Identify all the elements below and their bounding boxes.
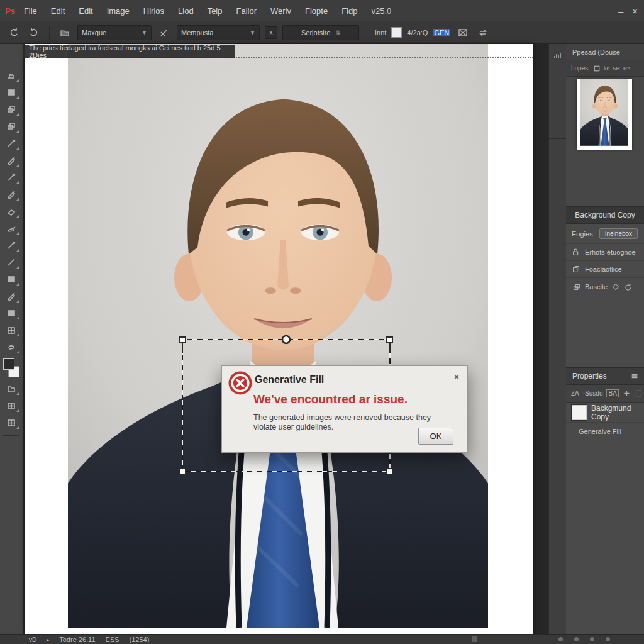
ok-button[interactable]: OK — [418, 428, 453, 445]
properties-header[interactable]: Properties — [566, 367, 644, 385]
clone-stamp-tool-icon[interactable] — [3, 68, 19, 83]
diamond-icon[interactable] — [612, 283, 619, 291]
menu-liod[interactable]: Liod — [178, 6, 194, 16]
menu-falior[interactable]: Falior — [236, 6, 257, 16]
right-panel: Ppesad (Douse Lopes: kn 5R 6? Background… — [566, 44, 644, 634]
options-bar: Maxque▼ Mempusta▼ x Serjotsire⇅ Innt 4/2… — [0, 21, 644, 44]
menu-file[interactable]: File — [24, 6, 37, 16]
background-copy-layer-row[interactable]: Backgmund Copy — [566, 402, 644, 423]
grid-split-tool-icon[interactable] — [3, 415, 19, 430]
menu-image[interactable]: Image — [107, 6, 130, 16]
dialog-close-icon[interactable]: × — [453, 371, 460, 384]
redo-icon[interactable] — [26, 25, 42, 40]
layer-color-swatch[interactable] — [572, 405, 587, 420]
camera-tool-icon[interactable] — [3, 102, 19, 117]
status-dot-3[interactable] — [590, 637, 594, 641]
menu-hirios[interactable]: Hirios — [143, 6, 164, 16]
copy-tool-icon[interactable] — [3, 119, 19, 134]
dock-header[interactable]: Ppesad (Douse — [566, 44, 644, 60]
folder-icon[interactable] — [57, 25, 72, 40]
dotted-square-icon[interactable] — [635, 389, 643, 397]
refresh-icon[interactable] — [624, 283, 632, 291]
layer-bar-background-copy[interactable]: Background Copy — [566, 206, 644, 224]
generative-fill-dialog: × Generative Fill We've encountred ar is… — [221, 365, 468, 453]
dialog-title: Generative Fill — [255, 374, 324, 386]
minimize-button[interactable]: – — [618, 6, 623, 16]
layers-tool-icon[interactable] — [3, 85, 19, 100]
move-plus-icon[interactable] — [623, 389, 631, 397]
color-swatch[interactable] — [391, 27, 402, 38]
panel-menu-icon[interactable] — [630, 372, 639, 380]
engines-button[interactable]: Inelnebox — [599, 228, 638, 239]
action-button[interactable]: Serjotsire⇅ — [282, 25, 359, 40]
paste-row[interactable]: Bascite — [566, 278, 644, 296]
artboard-tool-icon[interactable] — [3, 323, 19, 338]
status-dot-2[interactable] — [574, 637, 579, 641]
tooltip-bar: The pries tiedaged ira foclseral mongks … — [23, 45, 235, 58]
props-text-1[interactable]: ZA — [571, 390, 579, 397]
pen-tool-icon[interactable] — [3, 153, 19, 168]
folder-tool-icon[interactable] — [3, 381, 19, 396]
preset-dropdown[interactable]: Maxque▼ — [77, 25, 152, 40]
props-text-2[interactable]: ·Susdo — [583, 390, 603, 397]
lock-row-label: Erhots étuognoe — [585, 248, 636, 256]
status-arrow-icon[interactable]: ▸ — [47, 637, 49, 643]
histogram-panel-icon[interactable] — [553, 50, 563, 60]
status-bar: vD ▸ Todre 26.11 ESS (1254) — [0, 634, 644, 644]
menu-teip[interactable]: Teip — [208, 6, 223, 16]
status-dot-4[interactable] — [606, 637, 610, 641]
pencil-tool-icon[interactable] — [3, 187, 19, 202]
lasso-tool-icon[interactable] — [3, 340, 19, 355]
eraser-tool-icon[interactable] — [3, 204, 19, 219]
photoshop-window: Ps File Edit Edit Image Hirios Liod Teip… — [0, 0, 644, 644]
menu-edit[interactable]: Edit — [51, 6, 65, 16]
page-curl-tool-icon[interactable] — [3, 221, 19, 236]
filter-square-icon[interactable] — [593, 65, 601, 72]
generative-fill-row[interactable]: Generaive Fill — [566, 423, 644, 440]
menu-fidp[interactable]: Fidp — [341, 6, 357, 16]
position-row[interactable]: Foaclaotlice — [566, 261, 644, 278]
grid-plus-tool-icon[interactable] — [3, 398, 19, 413]
options-separator — [49, 26, 50, 40]
foreground-color-swatch[interactable] — [3, 358, 14, 370]
lock-row[interactable]: Erhots étuognoe — [566, 244, 644, 261]
filter-control-1[interactable]: kn — [604, 65, 610, 72]
filter-control-2[interactable]: 5R — [613, 65, 621, 72]
properties-header-label: Properties — [572, 372, 607, 380]
tooltip-text: The pries tiedaged ira foclseral mongks … — [29, 44, 235, 59]
dialog-error-heading: We've encountred ar issue. — [253, 392, 408, 406]
dropper-tool-icon[interactable] — [3, 238, 19, 253]
swap-arrow-icon[interactable] — [475, 25, 491, 40]
layers-filter-label: Lopes: — [571, 65, 590, 72]
field-text: 4/2a:Q — [407, 29, 428, 36]
position-row-label: Foaclaotlice — [585, 265, 622, 273]
menu-flopte[interactable]: Flopte — [305, 6, 328, 16]
layer-thumbnail[interactable] — [577, 79, 632, 150]
pen-nib-tool-icon[interactable] — [3, 289, 19, 304]
canvas-area[interactable]: The pries tiedaged ira foclseral mongks … — [23, 44, 548, 634]
engines-label: Eogies: — [572, 230, 595, 238]
shape-square-tool-icon[interactable] — [3, 306, 19, 321]
status-eye-glyph[interactable]: vD — [29, 636, 36, 643]
crossed-box-icon[interactable] — [455, 25, 470, 40]
undo-icon[interactable] — [6, 25, 21, 40]
layers-filter-row: Lopes: kn 5R 6? — [566, 60, 644, 77]
eyedropper-tool-icon[interactable] — [3, 136, 19, 151]
line-tool-icon[interactable] — [3, 255, 19, 270]
x-button[interactable]: x — [265, 26, 277, 39]
brush-x-icon[interactable] — [157, 25, 172, 40]
fill-square-tool-icon[interactable] — [3, 272, 19, 287]
status-dot-1[interactable] — [558, 637, 563, 641]
panel-dock-strip — [548, 44, 567, 634]
toolbar-divider — [3, 435, 19, 436]
menu-edit-2[interactable]: Edit — [79, 6, 92, 16]
mode-dropdown[interactable]: Mempusta▼ — [177, 25, 260, 40]
menu-weriv[interactable]: Weriv — [270, 6, 291, 16]
props-badge[interactable]: BA — [606, 389, 618, 397]
portrait-photo[interactable] — [68, 44, 488, 628]
filter-control-3[interactable]: 6? — [623, 65, 630, 72]
color-swatches[interactable] — [3, 358, 19, 377]
link-tool-icon[interactable] — [3, 170, 19, 185]
close-window-button[interactable]: × — [632, 6, 638, 16]
engines-row: Eogies: Inelnebox — [566, 224, 644, 244]
